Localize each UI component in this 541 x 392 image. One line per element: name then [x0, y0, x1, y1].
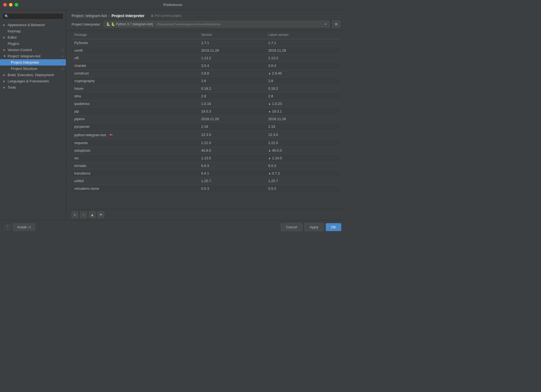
close-button[interactable]	[3, 3, 7, 7]
table-row[interactable]: pip19.0.3▲ 19.3.1	[72, 108, 340, 115]
red-arrow-annotation: ⬅	[109, 132, 113, 137]
cell-version: 0.5.3	[198, 185, 265, 192]
inspect-package-button[interactable]: 👁	[98, 211, 104, 218]
cell-latest: 2018.11.26	[266, 115, 340, 123]
cell-latest: ▲ 0.7.2	[266, 170, 340, 177]
table-row[interactable]: tornado6.0.36.0.3	[72, 162, 340, 170]
interpreter-row: Project Interpreter: 🐍 🐍 Python 3.7 (tel…	[72, 21, 340, 28]
help-button[interactable]: ?	[4, 224, 10, 230]
update-available: ▲ 19.3.1	[268, 109, 337, 113]
table-row[interactable]: idna2.82.8	[72, 92, 340, 100]
sidebar-arrow-project-telegram-bot: ▼	[3, 55, 7, 58]
update-available: ▲ 0.7.2	[268, 171, 337, 175]
sidebar-item-languages-frameworks[interactable]: ▶Languages & Frameworks	[0, 78, 66, 84]
sidebar-item-plugins[interactable]: Plugins	[0, 41, 66, 47]
ok-button[interactable]: OK	[326, 223, 341, 231]
col-package: Package	[72, 31, 198, 39]
sidebar-item-build-execution[interactable]: ▶Build, Execution, Deployment	[0, 72, 66, 78]
window: Preferences 🔍 ▶Appearance & Behavior Key…	[0, 0, 346, 234]
content-header: Project: telegram-bot › Project Interpre…	[66, 10, 346, 31]
table-row[interactable]: certifi2019.11.282019.11.28	[72, 47, 340, 54]
apply-button[interactable]: Apply	[305, 223, 324, 231]
sidebar-label-build-execution: Build, Execution, Deployment	[8, 73, 64, 77]
cell-package: tornado	[72, 162, 198, 170]
search-input[interactable]	[10, 14, 61, 18]
sidebar-item-appearance[interactable]: ▶Appearance & Behavior	[0, 22, 66, 28]
breadcrumb-separator: ›	[109, 14, 110, 18]
cell-package: future	[72, 85, 198, 92]
help-icon: ?	[7, 225, 8, 229]
up-arrow-icon: ▲	[268, 72, 271, 75]
title-bar: Preferences	[0, 0, 346, 10]
chevron-down-icon: ▼	[324, 23, 327, 26]
sidebar-label-tools: Tools	[8, 85, 64, 89]
breadcrumb: Project: telegram-bot › Project Interpre…	[72, 14, 340, 18]
update-available: ▲ 2.9.45	[268, 71, 337, 75]
cell-latest: ▲ 19.3.1	[266, 108, 340, 115]
cell-version: 2.8	[198, 77, 265, 85]
table-row[interactable]: ipaddress1.0.16▲ 1.0.23	[72, 100, 340, 108]
table-row[interactable]: construct2.8.8▲ 2.9.45	[72, 70, 340, 77]
sidebar-item-editor[interactable]: ▶Editor	[0, 34, 66, 41]
table-row[interactable]: six1.13.0▲ 1.14.0	[72, 154, 340, 162]
table-row[interactable]: python-telegram-bot ⬅12.3.012.3.0	[72, 130, 340, 139]
packages-table: Package Version Latest version PySocks1.…	[72, 31, 340, 209]
breadcrumb-project: Project: telegram-bot	[72, 14, 107, 18]
sidebar-item-version-control[interactable]: ▶Version Control⎘	[0, 47, 66, 53]
cell-version: 1.7.1	[198, 39, 265, 47]
cancel-button[interactable]: Cancel	[281, 223, 302, 231]
sidebar-label-keymap: Keymap	[8, 29, 64, 33]
sidebar-item-tools[interactable]: ▶Tools	[0, 84, 66, 91]
upgrade-package-button[interactable]: ▲	[89, 211, 96, 218]
table-row[interactable]: future0.18.20.18.2	[72, 85, 340, 92]
install-button[interactable]: Install ⌘N	[13, 223, 35, 231]
cell-version: 2019.11.28	[198, 47, 265, 54]
sidebar-item-project-telegram-bot[interactable]: ▼Project: telegram-bot⎘	[0, 53, 66, 59]
table-row[interactable]: pipenv2018.11.262018.11.26	[72, 115, 340, 123]
table-row[interactable]: pycparser2.192.19	[72, 123, 340, 130]
cell-package: cryptography	[72, 77, 198, 85]
table-row[interactable]: transitions0.4.1▲ 0.7.2	[72, 170, 340, 177]
interpreter-settings-button[interactable]: ⚙	[332, 21, 340, 28]
remove-package-button[interactable]: −	[80, 211, 87, 218]
cell-latest: 2.8	[266, 77, 340, 85]
interpreter-value: 🐍 Python 3.7 (telegram-bot)	[111, 22, 153, 26]
cell-package: certifi	[72, 47, 198, 54]
table-row[interactable]: urllib31.25.71.25.7	[72, 177, 340, 185]
table-row[interactable]: PySocks1.7.11.7.1	[72, 39, 340, 47]
window-controls[interactable]	[3, 3, 18, 7]
sidebar-label-editor: Editor	[8, 35, 64, 39]
sidebar-label-plugins: Plugins	[8, 42, 64, 46]
table-row[interactable]: cryptography2.82.8	[72, 77, 340, 85]
cell-latest: 1.13.2	[266, 54, 340, 62]
cell-latest: 2.8	[266, 92, 340, 100]
cell-version: 1.13.2	[198, 54, 265, 62]
table-row[interactable]: requests2.22.02.22.0	[72, 139, 340, 147]
bottom-bar: ? Install ⌘N Cancel Apply OK	[0, 220, 346, 234]
table-row[interactable]: setuptools40.8.0▲ 45.0.0	[72, 147, 340, 154]
table-row[interactable]: chardet3.0.43.0.4	[72, 62, 340, 70]
table-row[interactable]: virtualenv-clone0.5.30.5.3	[72, 185, 340, 192]
sidebar-item-keymap[interactable]: Keymap	[0, 28, 66, 34]
sidebar-search-box[interactable]: 🔍	[2, 13, 64, 20]
cell-package: construct	[72, 70, 198, 77]
sidebar-item-project-structure[interactable]: Project Structure⎘	[0, 66, 66, 72]
cell-package: python-telegram-bot ⬅	[72, 130, 198, 139]
cell-version: 0.18.2	[198, 85, 265, 92]
up-arrow-icon: ▲	[268, 110, 271, 113]
cell-version: 1.13.0	[198, 154, 265, 162]
cell-latest: 2019.11.28	[266, 47, 340, 54]
interpreter-dropdown[interactable]: 🐍 🐍 Python 3.7 (telegram-bot) ~/Document…	[104, 21, 330, 27]
sidebar-item-project-interpreter[interactable]: Project Interpreter⎘	[0, 59, 66, 66]
sidebar-label-project-interpreter: Project Interpreter	[11, 60, 62, 64]
minimize-button[interactable]	[9, 3, 13, 7]
sidebar-label-languages-frameworks: Languages & Frameworks	[8, 79, 64, 83]
table-row[interactable]: cffi1.13.21.13.2	[72, 54, 340, 62]
cell-version: 2.8	[198, 92, 265, 100]
add-package-button[interactable]: +	[72, 211, 78, 218]
maximize-button[interactable]	[15, 3, 18, 7]
copy-icon-project-structure: ⎘	[62, 67, 64, 70]
sidebar-arrow-tools: ▶	[3, 86, 7, 89]
cell-package: pip	[72, 108, 198, 115]
cell-version: 12.3.0	[198, 130, 265, 139]
